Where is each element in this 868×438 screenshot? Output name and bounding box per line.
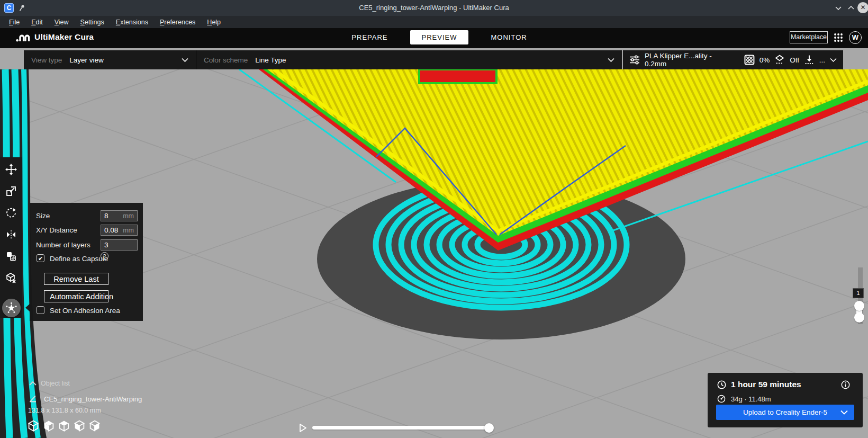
cura-window: C CE5_ringing_tower-AntiWarping - UltiMa… — [0, 0, 868, 438]
menu-extensions[interactable]: Extensions — [110, 17, 154, 28]
rotate-tool-button[interactable] — [5, 207, 17, 219]
app-name: UltiMaker Cura — [34, 32, 94, 42]
view-options-bar: View type Layer view Color scheme Line T… — [24, 50, 622, 69]
tab-monitor[interactable]: MONITOR — [484, 30, 533, 44]
info-icon[interactable] — [841, 380, 850, 389]
size-value: 8 — [104, 212, 108, 220]
menu-help[interactable]: Help — [201, 17, 227, 28]
xy-distance-input[interactable]: 0.08 mm — [101, 225, 138, 236]
stage-tabs: PREPARE PREVIEW MONITOR — [328, 30, 550, 44]
simulation-slider-track[interactable] — [312, 426, 493, 430]
print-settings-bar[interactable]: PLA Klipper E...ality - 0.2mm 0% Off ... — [623, 50, 843, 69]
applications-grid-icon[interactable] — [834, 33, 843, 42]
play-button[interactable] — [297, 423, 308, 433]
capsule-checkbox[interactable]: ✔ — [37, 254, 44, 262]
adhesion-value: ... — [819, 56, 825, 64]
xy-distance-label: X/Y Distance — [36, 226, 77, 234]
tower-cross-section — [419, 69, 496, 83]
menu-file[interactable]: File — [3, 17, 25, 28]
upload-button-label: Upload to Creality Ender-5 — [743, 408, 827, 416]
view-front-icon[interactable] — [43, 420, 55, 432]
remove-last-button[interactable]: Remove Last — [44, 273, 108, 285]
menu-preferences[interactable]: Preferences — [154, 17, 201, 28]
view-type-value: Layer view — [69, 56, 104, 64]
view-left-icon[interactable] — [74, 420, 85, 432]
size-label: Size — [36, 212, 50, 220]
menu-bar: File Edit View Settings Extensions Prefe… — [0, 16, 868, 28]
size-input[interactable]: 8 mm — [101, 210, 138, 221]
title-bar[interactable]: C CE5_ringing_tower-AntiWarping - UltiMa… — [0, 0, 868, 16]
layer-slider-handle-top[interactable] — [854, 301, 864, 311]
tab-preview[interactable]: PREVIEW — [410, 30, 469, 44]
scale-tool-button[interactable] — [5, 185, 17, 197]
minimize-icon[interactable] — [834, 3, 843, 13]
object-list-collapse-icon[interactable] — [29, 381, 37, 386]
color-scheme-value: Line Type — [255, 56, 286, 64]
size-unit: mm — [123, 212, 134, 220]
print-profile: PLA Klipper E...ality - 0.2mm — [645, 52, 735, 68]
antiwarping-plugin-button[interactable] — [2, 299, 21, 317]
layer-slider-handle-bottom[interactable] — [854, 312, 864, 323]
account-avatar[interactable]: W — [849, 31, 862, 44]
support-blocker-button[interactable] — [5, 272, 17, 284]
color-scheme-dropdown[interactable]: Color scheme Line Type — [196, 56, 622, 64]
sliders-icon — [629, 55, 640, 65]
menu-edit[interactable]: Edit — [25, 17, 49, 28]
star-plugin-icon — [6, 302, 17, 314]
move-tool-button[interactable] — [5, 164, 17, 175]
chevron-down-icon — [182, 58, 188, 62]
adhesion-area-label: Set On Adhesion Area — [50, 307, 120, 315]
menu-settings[interactable]: Settings — [75, 17, 110, 28]
per-model-settings-button[interactable] — [5, 251, 17, 262]
color-scheme-label: Color scheme — [204, 56, 248, 64]
infill-icon — [744, 55, 755, 65]
adhesion-area-checkbox[interactable] — [37, 306, 44, 314]
material-spool-icon — [717, 395, 726, 403]
infill-value: 0% — [760, 56, 770, 64]
xy-distance-value: 0.08 — [104, 226, 118, 234]
camera-view-buttons — [28, 420, 101, 432]
view-top-icon[interactable] — [58, 420, 70, 432]
upload-button[interactable]: Upload to Creality Ender-5 — [716, 405, 854, 420]
xy-distance-unit: mm — [123, 227, 134, 234]
layers-input[interactable]: 3 — [101, 239, 138, 251]
ultimaker-logo-icon — [16, 33, 30, 42]
chevron-down-icon — [608, 58, 614, 62]
maximize-icon[interactable] — [846, 3, 856, 13]
view-right-icon[interactable] — [89, 420, 101, 432]
tab-prepare[interactable]: PREPARE — [345, 30, 394, 44]
view-type-label: View type — [31, 56, 62, 64]
adhesion-icon — [804, 55, 815, 65]
print-time-estimate: 1 hour 59 minutes — [731, 380, 801, 389]
chevron-down-icon[interactable] — [840, 410, 848, 415]
tool-sidebar — [0, 157, 22, 318]
layers-label: Number of layers — [36, 241, 91, 249]
simulation-slider-handle[interactable] — [484, 423, 494, 433]
view-3d-icon[interactable] — [28, 420, 39, 432]
menu-view[interactable]: View — [49, 17, 75, 28]
object-list-item[interactable]: CE5_ringing_tower-AntiWarping — [44, 395, 142, 403]
layer-number-badge: 1 — [853, 288, 864, 298]
print-job-panel: 1 hour 59 minutes 34g · 11.48m Upload to… — [708, 373, 863, 427]
layers-value: 3 — [104, 241, 108, 249]
help-icon[interactable]: ? — [101, 252, 108, 260]
antiwarping-panel: Size 8 mm X/Y Distance 0.08 mm Number of… — [30, 203, 143, 321]
app-logo: UltiMaker Cura — [16, 32, 94, 42]
chevron-down-icon — [830, 58, 837, 62]
support-icon — [774, 55, 785, 65]
marketplace-button[interactable]: Marketplace — [790, 31, 828, 43]
support-value: Off — [790, 56, 799, 64]
automatic-addition-button[interactable]: Automatic Addition — [44, 290, 108, 302]
object-dimensions: 131.8 x 131.8 x 60.0 mm — [28, 407, 101, 414]
object-list-header[interactable]: Object list — [41, 380, 70, 387]
mirror-tool-button[interactable] — [5, 229, 17, 240]
close-icon[interactable]: ✕ — [857, 2, 868, 13]
clock-icon — [717, 380, 726, 389]
window-title: CE5_ringing_tower-AntiWarping - UltiMake… — [0, 4, 868, 12]
view-type-dropdown[interactable]: View type Layer view — [24, 56, 196, 64]
capsule-label: Define as Capsule — [50, 255, 108, 263]
material-estimate: 34g · 11.48m — [731, 395, 771, 403]
mesh-type-icon — [29, 395, 37, 403]
